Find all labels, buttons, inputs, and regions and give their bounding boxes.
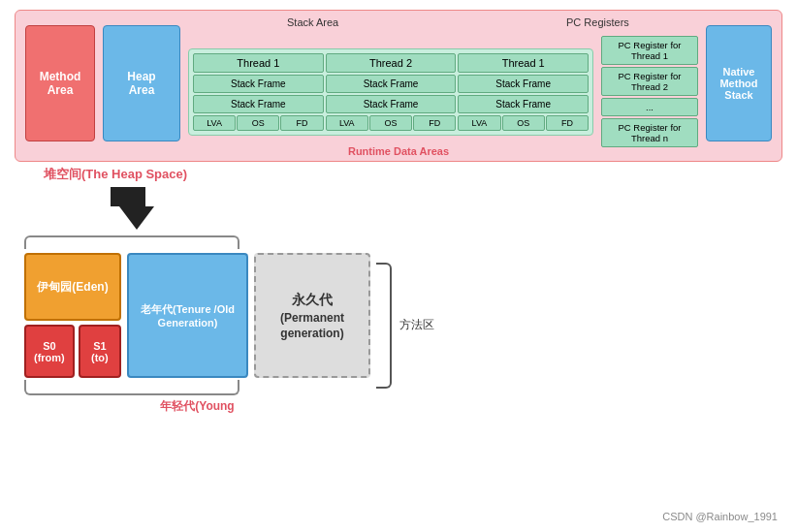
stack-frame-2-1: Stack Frame bbox=[193, 95, 324, 113]
top-brace bbox=[24, 235, 239, 251]
pc-thread-1: PC Register forThread 1 bbox=[601, 36, 698, 65]
stack-area-inner: Thread 1 Thread 2 Thread 1 Stack Frame S… bbox=[188, 48, 593, 136]
lva-group-1: LVA OS FD bbox=[193, 115, 324, 131]
lva-row: LVA OS FD LVA OS FD LVA OS FD bbox=[193, 115, 589, 131]
old-gen-box: 老年代(Tenure /Old Generation) bbox=[127, 253, 248, 378]
perm-gen-label: 永久代 (Permanent generation) bbox=[280, 292, 344, 340]
stack-frame-row-2: Stack Frame Stack Frame Stack Frame bbox=[193, 95, 589, 113]
pc-inner: PC Register forThread 1 PC Register forT… bbox=[601, 36, 698, 147]
heap-area: Heap Area bbox=[103, 25, 180, 141]
heap-space-label: 堆空间(The Heap Space) bbox=[44, 166, 187, 183]
watermark: CSDN @Rainbow_1991 bbox=[662, 511, 778, 522]
heap-area-label: Heap Area bbox=[127, 70, 155, 97]
stack-area-title: Stack Area bbox=[287, 16, 338, 28]
survivor-row: S0 (from) S1 (to) bbox=[24, 325, 121, 378]
pc-registers-title: PC Registers bbox=[566, 16, 629, 28]
right-brace bbox=[376, 263, 392, 389]
stack-frame-1-2: Stack Frame bbox=[326, 75, 457, 93]
s0-label: S0 (from) bbox=[34, 340, 65, 363]
stack-frame-1-1: Stack Frame bbox=[193, 75, 324, 93]
stack-frame-2-3: Stack Frame bbox=[458, 95, 589, 113]
fd-1: FD bbox=[280, 115, 323, 131]
arrow-section: 堆空间(The Heap Space) bbox=[15, 166, 782, 232]
lva-group-3: LVA OS FD bbox=[458, 115, 589, 131]
lva-1: LVA bbox=[193, 115, 236, 131]
thread-1-label: Thread 1 bbox=[193, 53, 324, 73]
os-3: OS bbox=[502, 115, 545, 131]
eden-label: 伊甸园(Eden) bbox=[37, 279, 108, 296]
method-zone-label: 方法区 bbox=[399, 317, 434, 333]
lva-2: LVA bbox=[326, 115, 368, 131]
stack-frame-row-1: Stack Frame Stack Frame Stack Frame bbox=[193, 75, 589, 93]
pc-registers-wrapper: PC Register forThread 1 PC Register forT… bbox=[601, 36, 698, 147]
stack-frame-2-2: Stack Frame bbox=[326, 95, 457, 113]
thread-row: Thread 1 Thread 2 Thread 1 bbox=[193, 53, 589, 73]
s0-box: S0 (from) bbox=[24, 325, 75, 378]
pc-ellipsis: ... bbox=[601, 98, 698, 116]
heap-left: 伊甸园(Eden) S0 (from) S1 (to) bbox=[24, 235, 370, 415]
eden-box: 伊甸园(Eden) bbox=[24, 253, 121, 321]
heap-boxes-row: 伊甸园(Eden) S0 (from) S1 (to) bbox=[24, 253, 370, 378]
perm-gen-line3: generation) bbox=[280, 327, 344, 340]
perm-gen-line1: 永久代 bbox=[280, 292, 344, 309]
fd-3: FD bbox=[546, 115, 589, 131]
pc-thread-n: PC Register forThread n bbox=[601, 118, 698, 147]
stack-area-wrapper: Thread 1 Thread 2 Thread 1 Stack Frame S… bbox=[188, 48, 593, 136]
perm-gen-box: 永久代 (Permanent generation) bbox=[254, 253, 370, 378]
thread-2-label: Thread 2 bbox=[326, 53, 457, 73]
method-zone-section: 方法区 bbox=[372, 263, 434, 389]
s1-box: S1 (to) bbox=[79, 325, 121, 378]
bottom-brace bbox=[24, 380, 239, 395]
s1-label: S1 (to) bbox=[91, 340, 109, 363]
young-gen-wrapper: 伊甸园(Eden) S0 (from) S1 (to) bbox=[24, 253, 121, 378]
heap-diagram-wrapper: 伊甸园(Eden) S0 (from) S1 (to) bbox=[15, 235, 782, 415]
method-area-label: Method Area bbox=[40, 70, 81, 97]
method-area: Method Area bbox=[25, 25, 95, 141]
thread-3-label: Thread 1 bbox=[458, 53, 589, 73]
os-1: OS bbox=[237, 115, 279, 131]
runtime-data-areas-label: Runtime Data Areas bbox=[348, 145, 449, 157]
perm-gen-line2: (Permanent bbox=[280, 311, 344, 325]
old-gen-label: 老年代(Tenure /Old Generation) bbox=[141, 302, 235, 329]
native-stack-label: Native Method Stack bbox=[719, 66, 757, 101]
lva-3: LVA bbox=[458, 115, 500, 131]
native-method-stack: Native Method Stack bbox=[706, 25, 772, 141]
runtime-data-areas-box: Stack Area PC Registers Method Area Heap… bbox=[15, 10, 782, 162]
pc-thread-2: PC Register forThread 2 bbox=[601, 67, 698, 96]
fd-2: FD bbox=[413, 115, 456, 131]
os-2: OS bbox=[369, 115, 412, 131]
young-gen-label: 年轻代(Young bbox=[24, 398, 370, 415]
young-gen-inner: 伊甸园(Eden) S0 (from) S1 (to) bbox=[24, 253, 121, 378]
stack-frame-1-3: Stack Frame bbox=[458, 75, 589, 93]
lva-group-2: LVA OS FD bbox=[326, 115, 457, 131]
